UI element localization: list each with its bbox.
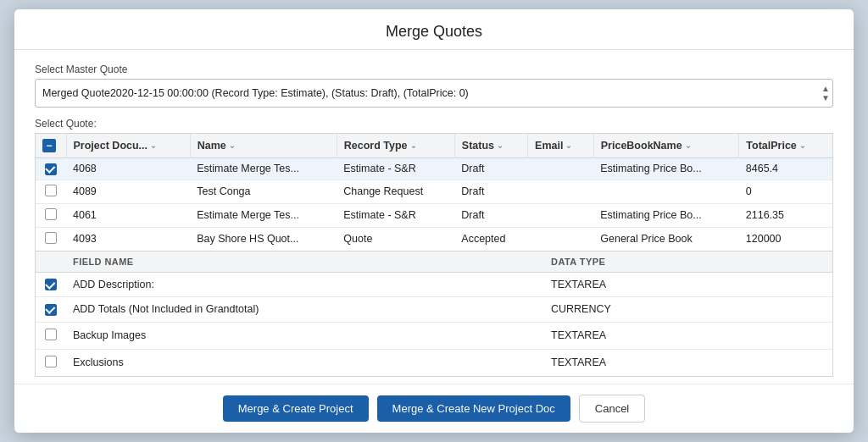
cell-status: Draft xyxy=(454,158,527,180)
table-row: 4061 Estimate Merge Tes... Estimate - S&… xyxy=(36,203,832,227)
field-name-cell: ADD Totals (Not Included in Grandtotal) xyxy=(66,297,544,323)
master-quote-wrapper: Merged Quote2020-12-15 00:00:00 (Record … xyxy=(35,79,833,108)
sort-icon-price-book: ⌄ xyxy=(685,141,692,150)
modal-header: Merge Quotes xyxy=(14,9,854,50)
field-checkbox-cell[interactable] xyxy=(36,322,66,349)
fields-table-header: FIELD NAME DATA TYPE xyxy=(36,251,832,273)
cell-name: Test Conga xyxy=(190,180,337,203)
quotes-table-body: 4068 Estimate Merge Tes... Estimate - S&… xyxy=(36,158,832,251)
col-data-type: DATA TYPE xyxy=(544,251,832,273)
cell-record-type: Quote xyxy=(337,227,454,251)
cell-name: Bay Shore HS Quot... xyxy=(190,227,337,251)
col-name[interactable]: Name ⌄ xyxy=(190,134,337,158)
table-row: 4093 Bay Shore HS Quot... Quote Accepted… xyxy=(36,227,832,251)
field-checkbox-cell[interactable] xyxy=(36,349,66,376)
sort-icon-email: ⌄ xyxy=(565,141,572,150)
cell-project-doc: 4089 xyxy=(66,180,190,203)
cell-status: Accepted xyxy=(454,227,527,251)
row-checkbox-1[interactable] xyxy=(45,185,57,196)
field-checkbox-cell[interactable] xyxy=(36,272,66,297)
row-checkbox-2[interactable] xyxy=(45,208,57,220)
col-status[interactable]: Status ⌄ xyxy=(454,134,527,158)
quotes-table-scroll[interactable]: − Project Docu... ⌄ xyxy=(35,133,833,251)
cell-project-doc: 4068 xyxy=(66,158,190,180)
cell-email xyxy=(528,158,594,180)
deselect-all-icon[interactable]: − xyxy=(42,139,56,152)
tables-wrapper: − Project Docu... ⌄ xyxy=(35,133,833,384)
sort-icon-status: ⌄ xyxy=(497,141,504,150)
modal-body: Select Master Quote Merged Quote2020-12-… xyxy=(14,50,854,384)
col-record-type[interactable]: Record Type ⌄ xyxy=(337,134,454,158)
cell-project-doc: 4061 xyxy=(66,203,190,227)
row-checkbox-cell[interactable] xyxy=(36,180,66,203)
cell-total-price: 2116.35 xyxy=(739,203,832,227)
col-checkbox: − xyxy=(36,134,66,158)
cell-price-book xyxy=(593,180,739,203)
field-checkbox-0[interactable] xyxy=(45,279,57,290)
cell-email xyxy=(528,203,594,227)
row-checkbox-3[interactable] xyxy=(45,232,57,244)
row-checkbox-0[interactable] xyxy=(45,163,57,175)
table-row: 4089 Test Conga Change Request Draft 0 xyxy=(36,180,832,203)
cell-record-type: Change Request xyxy=(337,180,454,203)
cell-total-price: 0 xyxy=(739,180,832,203)
list-item: Backup Images TEXTAREA xyxy=(36,322,832,349)
table-row: 4068 Estimate Merge Tes... Estimate - S&… xyxy=(36,158,832,180)
row-checkbox-cell[interactable] xyxy=(36,158,66,180)
sort-icon-total-price: ⌄ xyxy=(799,141,806,150)
sort-icon-name: ⌄ xyxy=(229,141,236,150)
cell-project-doc: 4093 xyxy=(66,227,190,251)
modal-title: Merge Quotes xyxy=(35,23,833,41)
quotes-table: − Project Docu... ⌄ xyxy=(36,134,832,251)
data-type-cell: CURRENCY xyxy=(544,297,832,323)
field-name-cell: Exclusions xyxy=(66,349,544,376)
cell-total-price: 120000 xyxy=(739,227,832,251)
data-type-cell: TEXTAREA xyxy=(544,272,832,297)
master-quote-select[interactable]: Merged Quote2020-12-15 00:00:00 (Record … xyxy=(35,79,833,108)
modal-dialog: Merge Quotes Select Master Quote Merged … xyxy=(14,9,854,433)
modal-footer: Merge & Create Project Merge & Create Ne… xyxy=(14,384,854,433)
field-name-cell: Backup Images xyxy=(66,322,544,349)
field-name-cell: ADD Description: xyxy=(66,272,544,297)
col-field-checkbox xyxy=(36,251,66,273)
cell-email xyxy=(528,227,594,251)
cell-email xyxy=(528,180,594,203)
field-checkbox-cell[interactable] xyxy=(36,297,66,323)
cell-price-book: Estimating Price Bo... xyxy=(593,203,739,227)
cancel-button[interactable]: Cancel xyxy=(579,395,645,423)
cell-name: Estimate Merge Tes... xyxy=(190,158,337,180)
col-email[interactable]: Email ⌄ xyxy=(528,134,594,158)
col-project-doc[interactable]: Project Docu... ⌄ xyxy=(66,134,190,158)
list-item: ADD Description: TEXTAREA xyxy=(36,272,832,297)
list-item: Exclusions TEXTAREA xyxy=(36,349,832,376)
sort-icon-project-doc: ⌄ xyxy=(150,141,157,150)
merge-create-new-doc-button[interactable]: Merge & Create New Project Doc xyxy=(377,395,570,422)
cell-price-book: General Price Book xyxy=(593,227,739,251)
row-checkbox-cell[interactable] xyxy=(36,227,66,251)
field-checkbox-3[interactable] xyxy=(45,356,57,367)
list-item: ADD Totals (Not Included in Grandtotal) … xyxy=(36,297,832,323)
select-quote-label: Select Quote: xyxy=(35,118,833,130)
fields-table: FIELD NAME DATA TYPE ADD Description: xyxy=(36,251,832,377)
modal-overlay: Merge Quotes Select Master Quote Merged … xyxy=(0,0,868,442)
row-checkbox-cell[interactable] xyxy=(36,203,66,227)
cell-status: Draft xyxy=(454,180,527,203)
cell-name: Estimate Merge Tes... xyxy=(190,203,337,227)
col-price-book[interactable]: PriceBookName ⌄ xyxy=(593,134,739,158)
field-checkbox-2[interactable] xyxy=(45,329,57,340)
master-quote-label: Select Master Quote xyxy=(35,64,833,75)
cell-price-book: Estimating Price Bo... xyxy=(593,158,739,180)
fields-table-scroll[interactable]: FIELD NAME DATA TYPE ADD Description: xyxy=(35,251,833,377)
field-checkbox-1[interactable] xyxy=(45,304,57,316)
col-field-name: FIELD NAME xyxy=(66,251,544,273)
merge-create-project-button[interactable]: Merge & Create Project xyxy=(223,395,369,422)
data-type-cell: TEXTAREA xyxy=(544,349,832,376)
sort-icon-record-type: ⌄ xyxy=(410,141,417,150)
fields-table-body: ADD Description: TEXTAREA ADD Totals (No… xyxy=(36,272,832,376)
cell-status: Draft xyxy=(454,203,527,227)
cell-record-type: Estimate - S&R xyxy=(337,158,454,180)
quotes-table-header: − Project Docu... ⌄ xyxy=(36,134,832,158)
cell-total-price: 8465.4 xyxy=(739,158,832,180)
cell-record-type: Estimate - S&R xyxy=(337,203,454,227)
col-total-price[interactable]: TotalPrice ⌄ xyxy=(739,134,832,158)
